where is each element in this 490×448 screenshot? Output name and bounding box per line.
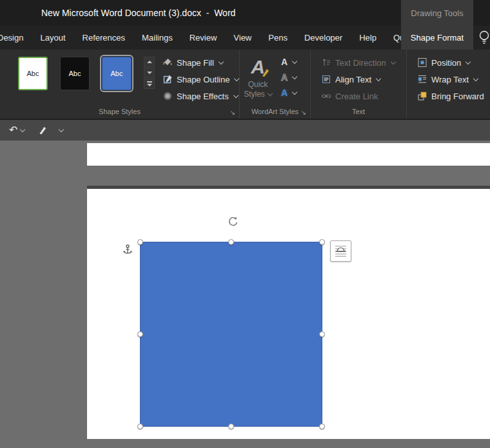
layout-options-button[interactable] <box>330 240 351 262</box>
align-text-label: Align Text <box>335 75 371 84</box>
shape-style-thumb-black[interactable]: Abc <box>60 57 90 90</box>
word-window: New Microsoft Word Document (3).docx - W… <box>0 0 490 448</box>
resize-handle-middle-left[interactable] <box>137 331 143 337</box>
rotate-handle-icon[interactable] <box>227 215 239 228</box>
shape-style-thumb-white[interactable]: Abc <box>18 57 48 90</box>
resize-handle-bottom-middle[interactable] <box>228 424 234 429</box>
shape-effects-label: Shape Effects <box>177 92 229 101</box>
wrap-text-button[interactable]: Wrap Text <box>415 71 490 88</box>
drawing-tools-contextual-label: Drawing Tools <box>401 0 473 26</box>
ink-pen-icon[interactable] <box>37 125 48 135</box>
shape-outline-button[interactable]: Shape Outline <box>160 71 241 88</box>
wrap-text-label: Wrap Text <box>431 75 469 84</box>
gallery-more-button[interactable] <box>144 79 155 89</box>
quick-styles-label-line1: Quick <box>240 80 276 90</box>
group-text: Text Direction Align Text <box>311 50 407 119</box>
text-direction-button[interactable]: Text Direction <box>318 54 406 71</box>
shape-style-gallery: Abc Abc Abc <box>0 57 144 104</box>
shape-styles-group-label: Shape Styles <box>0 108 239 115</box>
shape-fill-button[interactable]: Shape Fill <box>160 54 241 71</box>
group-shape-styles: Abc Abc Abc Shape <box>0 50 240 119</box>
gallery-scroll-controls <box>144 57 155 104</box>
shape-outline-label: Shape Outline <box>177 75 230 84</box>
text-fill-icon: A <box>280 57 289 67</box>
text-fill-button[interactable]: A <box>277 54 299 70</box>
shape-style-thumb-blue-selected[interactable]: Abc <box>102 57 132 90</box>
text-outline-button[interactable]: A <box>277 70 299 85</box>
resize-handle-bottom-left[interactable] <box>137 424 143 429</box>
wordart-styles-group-label: WordArt Styles <box>240 108 310 115</box>
chevron-down-icon <box>376 75 381 81</box>
group-wordart-styles: A Quick Styles A <box>240 50 311 119</box>
pencil-outline-icon <box>162 74 173 84</box>
tab-pens[interactable]: Pens <box>260 26 296 50</box>
chevron-down-icon <box>473 75 478 81</box>
quick-access-toolbar: ↶ <box>0 119 490 141</box>
glow-effect-icon <box>162 91 173 101</box>
triangle-up-icon <box>147 61 152 63</box>
document-canvas-area <box>0 141 490 448</box>
tab-developer[interactable]: Developer <box>296 26 351 50</box>
bring-forward-icon <box>417 91 427 101</box>
paint-bucket-icon <box>162 57 173 68</box>
create-link-button[interactable]: Create Link <box>318 88 406 104</box>
chevron-down-icon <box>292 89 297 94</box>
tab-layout[interactable]: Layout <box>32 26 74 50</box>
gallery-scroll-down-button[interactable] <box>144 68 155 78</box>
bring-forward-label: Bring Forward <box>431 92 484 101</box>
tab-view[interactable]: View <box>225 26 260 50</box>
position-label: Position <box>431 58 461 68</box>
resize-handle-top-middle[interactable] <box>228 239 234 245</box>
bring-forward-button[interactable]: Bring Forward <box>415 88 490 104</box>
more-bar-icon <box>147 81 152 83</box>
layout-options-icon <box>334 244 348 258</box>
position-icon <box>417 57 427 68</box>
tab-shape-format[interactable]: Shape Format <box>401 26 473 50</box>
document-page[interactable] <box>87 189 490 439</box>
group-arrange: Position Wrap Text Bring F <box>407 50 490 119</box>
chevron-down-icon <box>466 59 471 64</box>
quick-styles-label-line2: Styles <box>244 90 265 99</box>
tab-references[interactable]: References <box>74 26 133 50</box>
undo-icon[interactable]: ↶ <box>9 125 17 135</box>
text-effects-button[interactable]: A <box>277 85 299 101</box>
tab-review[interactable]: Review <box>181 26 226 50</box>
chevron-down-icon <box>391 59 396 64</box>
text-effects-icon: A <box>280 88 289 98</box>
text-direction-label: Text Direction <box>335 58 386 68</box>
tab-mailings[interactable]: Mailings <box>133 26 181 50</box>
object-anchor-icon <box>122 244 133 256</box>
chain-link-icon <box>321 91 331 101</box>
shape-fill-label: Shape Fill <box>177 58 214 68</box>
text-direction-icon <box>321 57 331 68</box>
triangle-down-icon <box>147 72 152 74</box>
text-group-label: Text <box>311 108 406 115</box>
quick-styles-button[interactable]: A Quick Styles <box>240 54 276 101</box>
resize-handle-top-right[interactable] <box>319 239 325 245</box>
shape-effects-button[interactable]: Shape Effects <box>160 88 241 104</box>
dialog-launcher-icon[interactable]: ↘ <box>301 110 306 116</box>
dialog-launcher-icon[interactable]: ↘ <box>230 110 235 116</box>
chevron-down-icon <box>292 73 297 79</box>
chevron-down-icon[interactable] <box>20 126 25 131</box>
tab-help[interactable]: Help <box>351 26 385 50</box>
selected-rectangle-shape[interactable] <box>140 242 322 427</box>
window-title: New Microsoft Word Document (3).docx - W… <box>41 0 235 26</box>
ribbon: Abc Abc Abc Shape <box>0 50 490 119</box>
resize-handle-middle-right[interactable] <box>319 331 325 337</box>
chevron-down-icon <box>219 59 224 64</box>
create-link-label: Create Link <box>335 92 378 101</box>
tab-design[interactable]: Design <box>0 26 32 50</box>
gallery-scroll-up-button[interactable] <box>144 57 155 67</box>
lightbulb-icon[interactable] <box>477 30 490 46</box>
previous-page-bottom[interactable] <box>87 143 490 166</box>
wrap-text-icon <box>417 74 427 84</box>
align-text-icon <box>321 74 331 84</box>
align-text-button[interactable]: Align Text <box>318 71 406 88</box>
titlebar: New Microsoft Word Document (3).docx - W… <box>0 0 490 26</box>
resize-handle-bottom-right[interactable] <box>319 424 325 429</box>
resize-handle-top-left[interactable] <box>137 239 143 245</box>
chevron-down-icon <box>268 91 273 96</box>
position-button[interactable]: Position <box>415 54 490 71</box>
qat-customize-chevron-icon[interactable] <box>59 126 64 131</box>
